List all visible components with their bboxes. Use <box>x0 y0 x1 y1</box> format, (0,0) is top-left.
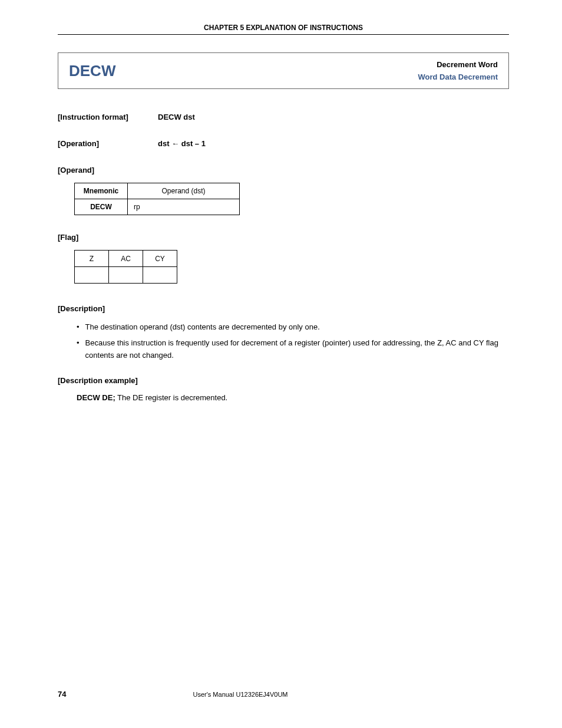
operand-row-mnemonic: DECW <box>75 199 128 215</box>
operand-header-operand: Operand (dst) <box>128 183 240 199</box>
description-list: • The destination operand (dst) contents… <box>77 321 509 361</box>
operation-label: [Operation] <box>58 139 158 148</box>
chapter-header: CHAPTER 5 EXPLANATION OF INSTRUCTIONS <box>58 24 509 32</box>
chapter-divider <box>58 34 509 35</box>
bullet-icon: • <box>77 337 80 362</box>
instruction-mnemonic: DECW <box>69 62 115 80</box>
instruction-title-sub: Word Data Decrement <box>418 73 498 81</box>
page-number: 74 <box>58 690 66 699</box>
flag-value-z <box>75 267 109 284</box>
list-item: • Because this instruction is frequently… <box>77 337 509 362</box>
operation-value: dst ← dst – 1 <box>158 139 206 148</box>
flag-header-z: Z <box>75 251 109 267</box>
operation-lhs: dst <box>158 139 170 148</box>
page-footer: 74 User's Manual U12326EJ4V0UM <box>58 690 509 699</box>
format-value: DECW dst <box>158 113 195 121</box>
footer-manual: User's Manual U12326EJ4V0UM <box>193 691 287 698</box>
example-text: The DE register is decremented. <box>115 393 228 402</box>
table-header-row: Mnemonic Operand (dst) <box>75 183 240 199</box>
operation-row: [Operation] dst ← dst – 1 <box>58 139 509 148</box>
instruction-titles: Decrement Word Word Data Decrement <box>418 60 498 81</box>
description-label: [Description] <box>58 304 509 313</box>
flag-header-cy: CY <box>143 251 177 267</box>
operation-rhs: dst – 1 <box>181 139 206 148</box>
flag-value-ac <box>109 267 143 284</box>
operand-label: [Operand] <box>58 166 509 174</box>
flag-value-cy <box>143 267 177 284</box>
flag-header-ac: AC <box>109 251 143 267</box>
instruction-box: DECW Decrement Word Word Data Decrement <box>58 52 509 89</box>
table-header-row: Z AC CY <box>75 251 177 267</box>
instruction-title-main: Decrement Word <box>418 60 498 69</box>
example-label: [Description example] <box>58 376 509 385</box>
left-arrow-icon: ← <box>171 139 179 148</box>
operand-table: Mnemonic Operand (dst) DECW rp <box>74 183 240 215</box>
description-item-text: The destination operand (dst) contents a… <box>85 321 320 334</box>
flag-table: Z AC CY <box>74 250 177 284</box>
table-row <box>75 267 177 284</box>
format-label: [Instruction format] <box>58 113 158 121</box>
table-row: DECW rp <box>75 199 240 215</box>
operand-row-operand: rp <box>128 199 240 215</box>
operand-header-mnemonic: Mnemonic <box>75 183 128 199</box>
example-code: DECW DE; <box>77 393 115 402</box>
flag-label: [Flag] <box>58 233 509 242</box>
example-line: DECW DE; The DE register is decremented. <box>77 393 509 402</box>
list-item: • The destination operand (dst) contents… <box>77 321 509 334</box>
bullet-icon: • <box>77 321 80 334</box>
format-row: [Instruction format] DECW dst <box>58 113 509 121</box>
description-item-text: Because this instruction is frequently u… <box>85 337 509 362</box>
